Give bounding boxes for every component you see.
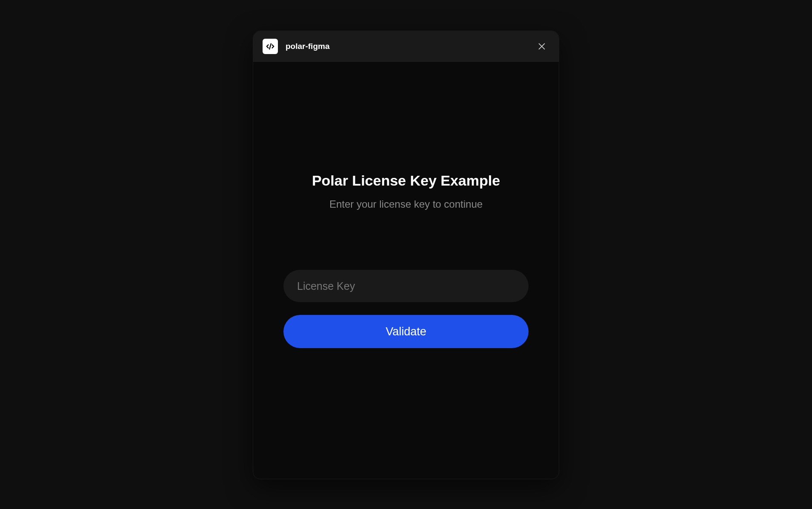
license-key-input[interactable]: [283, 270, 529, 302]
close-icon: [537, 42, 546, 51]
svg-line-0: [269, 43, 271, 49]
close-button[interactable]: [534, 39, 549, 54]
plugin-window: polar-figma Polar License Key Example En…: [253, 31, 559, 479]
code-icon: [263, 39, 278, 54]
page-heading: Polar License Key Example: [312, 172, 500, 189]
plugin-header: polar-figma: [253, 31, 559, 62]
validate-button[interactable]: Validate: [283, 315, 529, 348]
plugin-body: Polar License Key Example Enter your lic…: [253, 62, 559, 479]
page-subheading: Enter your license key to continue: [329, 198, 483, 210]
plugin-title: polar-figma: [286, 42, 534, 51]
